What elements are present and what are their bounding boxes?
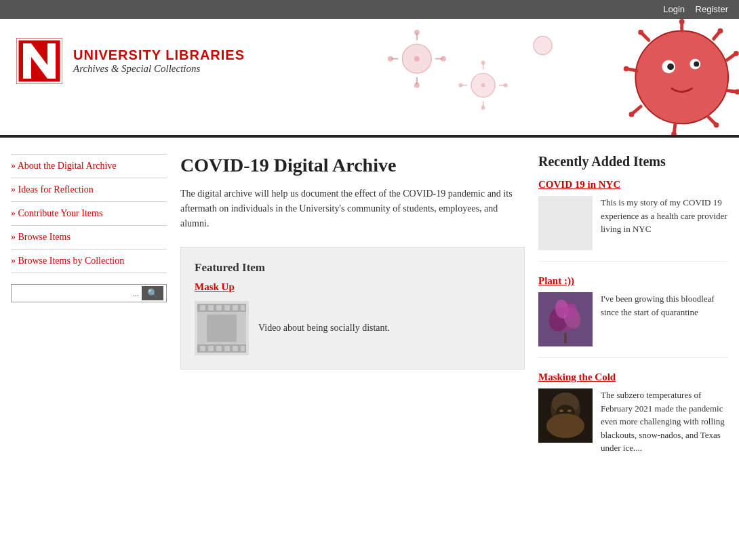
svg-rect-49: [200, 305, 205, 311]
recent-item-row-2: The subzero temperatures of February 202…: [538, 388, 728, 455]
recent-item-title-1[interactable]: Plant :)): [538, 275, 574, 287]
search-input[interactable]: [14, 286, 132, 300]
svg-point-41: [628, 112, 634, 117]
recent-thumbnail-0: [538, 196, 593, 250]
sidebar-item-contribute[interactable]: » Contribute Your Items: [11, 202, 167, 226]
svg-point-43: [713, 122, 719, 127]
sidebar-item-browse-collection[interactable]: » Browse Items by Collection: [11, 249, 167, 273]
svg-line-32: [631, 106, 641, 115]
svg-rect-61: [241, 346, 245, 351]
featured-label: Featured Item: [195, 261, 511, 275]
svg-line-34: [708, 117, 716, 125]
header-logo: UNIVERSITY LIBRARIES Archives & Special …: [0, 19, 739, 103]
recent-item-title-2[interactable]: Masking the Cold: [538, 372, 616, 383]
svg-rect-58: [216, 346, 222, 351]
svg-rect-59: [224, 346, 230, 351]
featured-item-description: Video about being socially distant.: [258, 321, 390, 335]
nebraska-n-logo: [16, 38, 62, 84]
svg-rect-52: [224, 305, 230, 311]
recent-item-desc-0: This is my story of my COVID 19 experien…: [601, 196, 728, 236]
search-dots: ...: [132, 288, 139, 299]
sidebar-item-about[interactable]: » About the Digital Archive: [11, 155, 167, 178]
sidebar-link-ideas[interactable]: » Ideas for Reflection: [11, 184, 94, 195]
svg-line-33: [673, 123, 675, 134]
svg-rect-51: [216, 305, 222, 311]
main-layout: » About the Digital Archive » Ideas for …: [0, 138, 739, 506]
svg-rect-57: [208, 346, 214, 351]
recent-item-2: Masking the Cold: [538, 372, 728, 466]
login-link[interactable]: Login: [663, 4, 685, 14]
sidebar-link-browse[interactable]: » Browse Items: [11, 232, 71, 242]
recent-item-desc-2: The subzero temperatures of February 202…: [601, 388, 728, 455]
content-description: The digital archive will help us documen…: [180, 186, 525, 232]
search-button[interactable]: 🔍: [142, 286, 163, 300]
sidebar-item-ideas[interactable]: » Ideas for Reflection: [11, 178, 167, 202]
svg-point-76: [567, 409, 572, 412]
svg-point-75: [559, 409, 563, 412]
university-label: UNIVERSITY LIBRARIES: [73, 47, 245, 63]
right-column: Recently Added Items COVID 19 in NYC: [538, 154, 728, 479]
sidebar-item-browse[interactable]: » Browse Items: [11, 226, 167, 249]
recent-item-row-1: I've been growing this bloodleaf since t…: [538, 292, 728, 346]
sidebar-link-contribute[interactable]: » Contribute Your Items: [11, 208, 102, 218]
sidebar-link-about[interactable]: » About the Digital Archive: [11, 161, 117, 171]
sidebar: » About the Digital Archive » Ideas for …: [11, 154, 167, 479]
header-text: UNIVERSITY LIBRARIES Archives & Special …: [73, 47, 245, 75]
svg-point-74: [546, 414, 584, 438]
recent-heading: Recently Added Items: [538, 154, 728, 169]
svg-rect-54: [241, 305, 245, 311]
featured-item-box: Featured Item Mask Up: [180, 247, 525, 369]
archives-label: Archives & Special Collections: [73, 63, 245, 75]
film-icon: [197, 304, 246, 353]
svg-point-42: [671, 132, 677, 135]
recent-item-desc-1: I've been growing this bloodleaf since t…: [601, 292, 728, 319]
sidebar-nav: » About the Digital Archive » Ideas for …: [11, 154, 167, 273]
svg-rect-53: [233, 305, 238, 311]
header: UNIVERSITY LIBRARIES Archives & Special …: [0, 19, 739, 138]
top-bar: Login Register: [0, 0, 739, 19]
recent-thumbnail-1: [538, 292, 593, 346]
main-content: COVID-19 Digital Archive The digital arc…: [180, 154, 525, 479]
recent-item-title-0[interactable]: COVID 19 in NYC: [538, 179, 620, 191]
recent-item-0: COVID 19 in NYC This is my story of my C…: [538, 179, 728, 262]
featured-item-row: Video about being socially distant.: [195, 301, 511, 355]
recent-thumbnail-2: [538, 388, 593, 443]
sidebar-link-browse-collection[interactable]: » Browse Items by Collection: [11, 256, 124, 266]
sidebar-search-box: ... 🔍: [11, 284, 167, 302]
page-title: COVID-19 Digital Archive: [180, 154, 525, 177]
register-link[interactable]: Register: [696, 4, 728, 14]
featured-thumbnail: [195, 301, 249, 355]
svg-rect-62: [207, 315, 237, 342]
featured-item-title[interactable]: Mask Up: [195, 281, 235, 293]
recent-item-1: Plant :)) I've been growing: [538, 275, 728, 358]
svg-rect-50: [208, 305, 214, 311]
recent-item-row-0: This is my story of my COVID 19 experien…: [538, 196, 728, 250]
svg-point-18: [481, 106, 485, 110]
svg-rect-56: [200, 346, 205, 351]
svg-rect-60: [233, 346, 238, 351]
